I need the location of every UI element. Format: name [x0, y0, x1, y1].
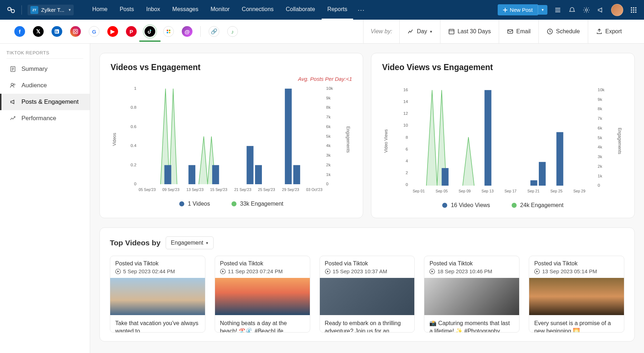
video-card[interactable]: Posted via Tiktok 15 Sep 2023 10:37 AM R…: [319, 256, 415, 333]
video-caption: Take that vacation you've always wanted …: [110, 315, 205, 332]
tiktok-icon[interactable]: [145, 26, 155, 37]
trend-up-icon: [9, 115, 16, 122]
video-card[interactable]: Posted via Tiktok 5 Sep 2023 02:44 PM Ta…: [110, 256, 205, 333]
top-videos-title: Top Videos by: [110, 239, 161, 247]
top-videos-sort-dropdown[interactable]: Engagement ▾: [166, 236, 214, 249]
svg-text:12: 12: [403, 111, 408, 116]
svg-rect-49: [255, 165, 262, 184]
instagram-icon[interactable]: [70, 26, 81, 37]
top-videos-card: Top Videos by Engagement ▾ Posted via Ti…: [99, 227, 635, 342]
svg-rect-13: [55, 31, 56, 33]
svg-text:Sep 13: Sep 13: [482, 189, 494, 193]
svg-point-11: [635, 11, 636, 13]
svg-rect-82: [530, 180, 537, 186]
nav-collaborate[interactable]: Collaborate: [280, 0, 321, 20]
google-business-icon[interactable]: G: [89, 26, 99, 37]
nav-posts[interactable]: Posts: [114, 0, 140, 20]
legend-video-views[interactable]: 16 Video Views: [442, 202, 490, 209]
mail-icon: [507, 28, 513, 35]
facebook-icon[interactable]: f: [14, 26, 25, 37]
sidebar-item-summary[interactable]: Summary: [0, 61, 90, 77]
pinterest-icon[interactable]: P: [126, 26, 137, 37]
svg-point-14: [55, 30, 56, 31]
youtube-icon[interactable]: ▶: [107, 26, 118, 37]
nav-inbox[interactable]: Inbox: [140, 0, 166, 20]
brand-selector[interactable]: ZT Zylker T... ▾: [28, 5, 74, 15]
svg-point-27: [14, 84, 15, 85]
announce-icon[interactable]: [597, 6, 605, 14]
video-card[interactable]: Posted via Tiktok 18 Sep 2023 10:46 PM 📸…: [424, 256, 519, 333]
svg-text:Sep 09: Sep 09: [459, 189, 471, 193]
schedule-button[interactable]: Schedule: [538, 20, 588, 43]
bell-icon[interactable]: [568, 6, 576, 14]
nav-reports[interactable]: Reports: [322, 0, 353, 20]
video-source: Posted via Tiktok: [325, 260, 410, 267]
y-axis-right-label: Engagements: [616, 85, 624, 196]
video-card[interactable]: Posted via Tiktok 11 Sep 2023 07:24 PM N…: [215, 256, 310, 333]
nav-monitor[interactable]: Monitor: [205, 0, 235, 20]
svg-text:5k: 5k: [598, 135, 602, 140]
linkedin-icon[interactable]: [52, 26, 62, 37]
video-timestamp: 11 Sep 2023 07:24 PM: [228, 268, 283, 274]
export-button[interactable]: Export: [588, 20, 630, 43]
y-axis-left-label: Video Views: [382, 85, 390, 196]
svg-text:0.8: 0.8: [131, 105, 137, 109]
nav-more-icon[interactable]: ⋯: [353, 6, 369, 14]
svg-point-5: [635, 7, 636, 9]
y-axis-left-label: Videos: [111, 84, 118, 195]
videos-vs-engagement-card: Videos vs Engagement Avg. Posts Per Day:…: [99, 53, 363, 218]
new-post-button[interactable]: New Post: [498, 4, 538, 15]
apps-grid-icon[interactable]: [630, 6, 638, 14]
date-range-button[interactable]: Last 30 Days: [440, 20, 499, 43]
svg-text:0: 0: [134, 181, 137, 186]
email-button[interactable]: Email: [499, 20, 538, 43]
custom-channel-icon[interactable]: ♪: [227, 26, 238, 37]
view-by-day-dropdown[interactable]: Day ▾: [399, 20, 440, 43]
svg-text:7k: 7k: [326, 114, 331, 119]
sidebar-item-audience[interactable]: Audience: [0, 77, 90, 94]
svg-text:4k: 4k: [598, 144, 602, 149]
svg-point-0: [8, 7, 11, 10]
nav-messages[interactable]: Messages: [167, 0, 204, 20]
svg-text:15 Sep'23: 15 Sep'23: [210, 187, 227, 192]
video-source: Posted via Tiktok: [220, 260, 305, 267]
video-caption: 📸 Capturing moments that last a lifetime…: [424, 315, 519, 332]
svg-rect-22: [449, 29, 454, 34]
svg-point-4: [633, 7, 634, 9]
svg-rect-46: [189, 165, 195, 184]
link-icon[interactable]: 🔗: [209, 26, 219, 37]
svg-rect-19: [169, 30, 170, 31]
video-thumbnail: [110, 278, 205, 315]
legend-engagement[interactable]: 33k Engagement: [231, 201, 283, 207]
megaphone-icon: [9, 98, 16, 106]
app-logo-icon[interactable]: [6, 5, 16, 15]
subbar: f 𝕏 G ▶ P @ 🔗 ♪ View by: Day ▾ Last 30 D…: [0, 20, 644, 44]
export-icon: [596, 28, 602, 35]
dot-icon: [512, 203, 517, 208]
nav-connections[interactable]: Connections: [236, 0, 279, 20]
new-post-dropdown[interactable]: ▾: [538, 5, 547, 15]
threads-icon[interactable]: @: [182, 26, 192, 37]
chevron-down-icon: ▾: [430, 29, 432, 34]
svg-rect-21: [169, 32, 170, 33]
nav-home[interactable]: Home: [87, 0, 113, 20]
svg-point-6: [631, 9, 632, 11]
svg-text:Sep 29: Sep 29: [573, 189, 585, 193]
mastodon-icon[interactable]: [163, 26, 174, 37]
x-twitter-icon[interactable]: 𝕏: [33, 26, 44, 37]
svg-rect-15: [57, 31, 58, 33]
sidebar-item-posts-engagement[interactable]: Posts & Engagement: [0, 94, 90, 110]
legend-videos[interactable]: 1 Videos: [179, 201, 210, 207]
svg-text:8: 8: [406, 135, 408, 139]
video-thumbnail: [320, 278, 415, 315]
list-icon[interactable]: [554, 6, 562, 14]
svg-rect-20: [167, 32, 168, 33]
dot-icon: [442, 203, 447, 208]
avatar[interactable]: [611, 4, 623, 16]
svg-text:10k: 10k: [598, 87, 605, 92]
gear-icon[interactable]: [582, 6, 590, 14]
topbar: ZT Zylker T... ▾ Home Posts Inbox Messag…: [0, 0, 644, 20]
video-card[interactable]: Posted via Tiktok 13 Sep 2023 05:14 PM E…: [529, 256, 624, 333]
legend-engagement[interactable]: 24k Engagement: [512, 202, 564, 209]
sidebar-item-performance[interactable]: Performance: [0, 110, 90, 127]
